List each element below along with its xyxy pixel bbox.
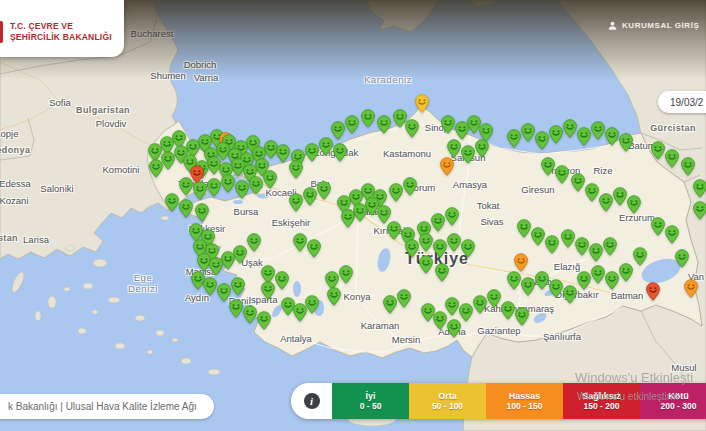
station-marker-iyi[interactable] xyxy=(549,125,564,144)
corporate-login-button[interactable]: KURUMSAL GİRİŞ xyxy=(608,21,699,30)
legend-info-button[interactable]: i xyxy=(291,383,332,419)
station-marker-iyi[interactable] xyxy=(515,307,530,326)
station-marker-iyi[interactable] xyxy=(585,183,600,202)
station-marker-iyi[interactable] xyxy=(613,187,628,206)
station-marker-iyi[interactable] xyxy=(563,285,578,304)
station-marker-iyi[interactable] xyxy=(521,123,536,142)
station-marker-iyi[interactable] xyxy=(289,193,304,212)
station-marker-iyi[interactable] xyxy=(419,255,434,274)
station-marker-iyi[interactable] xyxy=(389,183,404,202)
station-marker-iyi[interactable] xyxy=(203,277,218,296)
station-marker-hassas[interactable] xyxy=(440,157,455,176)
station-marker-iyi[interactable] xyxy=(341,209,356,228)
station-marker-iyi[interactable] xyxy=(305,143,320,162)
station-marker-iyi[interactable] xyxy=(605,271,620,290)
station-marker-iyi[interactable] xyxy=(431,213,446,232)
station-marker-iyi[interactable] xyxy=(461,239,476,258)
station-marker-hassas[interactable] xyxy=(514,253,529,272)
station-marker-iyi[interactable] xyxy=(487,289,502,308)
station-marker-iyi[interactable] xyxy=(591,121,606,140)
station-marker-iyi[interactable] xyxy=(293,233,308,252)
station-marker-iyi[interactable] xyxy=(419,233,434,252)
station-marker-iyi[interactable] xyxy=(577,271,592,290)
station-marker-iyi[interactable] xyxy=(619,133,634,152)
station-marker-iyi[interactable] xyxy=(599,193,614,212)
station-marker-iyi[interactable] xyxy=(441,115,456,134)
station-marker-orta[interactable] xyxy=(415,94,430,113)
station-marker-iyi[interactable] xyxy=(591,265,606,284)
station-marker-iyi[interactable] xyxy=(517,219,532,238)
station-marker-iyi[interactable] xyxy=(383,295,398,314)
station-marker-iyi[interactable] xyxy=(339,265,354,284)
station-marker-iyi[interactable] xyxy=(333,143,348,162)
station-marker-iyi[interactable] xyxy=(563,119,578,138)
station-marker-iyi[interactable] xyxy=(327,287,342,306)
station-marker-iyi[interactable] xyxy=(603,237,618,256)
station-marker-iyi[interactable] xyxy=(605,127,620,146)
station-marker-iyi[interactable] xyxy=(445,207,460,226)
station-marker-iyi[interactable] xyxy=(289,160,304,179)
station-marker-iyi[interactable] xyxy=(249,176,264,195)
station-marker-iyi[interactable] xyxy=(651,141,666,160)
station-marker-iyi[interactable] xyxy=(507,271,522,290)
station-marker-iyi[interactable] xyxy=(675,249,690,268)
station-marker-iyi[interactable] xyxy=(501,301,516,320)
station-marker-iyi[interactable] xyxy=(633,247,648,266)
station-marker-iyi[interactable] xyxy=(435,263,450,282)
station-marker-iyi[interactable] xyxy=(207,178,222,197)
station-marker-iyi[interactable] xyxy=(317,181,332,200)
station-marker-iyi[interactable] xyxy=(247,233,262,252)
station-marker-iyi[interactable] xyxy=(165,193,180,212)
station-marker-iyi[interactable] xyxy=(693,179,706,198)
station-marker-iyi[interactable] xyxy=(229,299,244,318)
station-marker-iyi[interactable] xyxy=(545,235,560,254)
station-marker-iyi[interactable] xyxy=(293,303,308,322)
station-marker-iyi[interactable] xyxy=(403,177,418,196)
station-marker-iyi[interactable] xyxy=(507,129,522,148)
station-marker-iyi[interactable] xyxy=(387,221,402,240)
station-marker-iyi[interactable] xyxy=(231,277,246,296)
station-marker-iyi[interactable] xyxy=(665,225,680,244)
station-marker-iyi[interactable] xyxy=(319,137,334,156)
station-marker-iyi[interactable] xyxy=(377,115,392,134)
station-marker-iyi[interactable] xyxy=(149,159,164,178)
station-marker-iyi[interactable] xyxy=(307,239,322,258)
station-marker-iyi[interactable] xyxy=(235,180,250,199)
station-marker-iyi[interactable] xyxy=(345,115,360,134)
station-marker-iyi[interactable] xyxy=(221,174,236,193)
station-marker-iyi[interactable] xyxy=(555,165,570,184)
station-marker-iyi[interactable] xyxy=(627,195,642,214)
station-marker-iyi[interactable] xyxy=(541,157,556,176)
station-marker-sagliksiz[interactable] xyxy=(646,282,661,301)
station-marker-iyi[interactable] xyxy=(275,271,290,290)
station-marker-iyi[interactable] xyxy=(535,271,550,290)
station-marker-iyi[interactable] xyxy=(535,131,550,150)
station-marker-iyi[interactable] xyxy=(589,243,604,262)
station-marker-iyi[interactable] xyxy=(433,239,448,258)
station-marker-iyi[interactable] xyxy=(447,319,462,338)
station-marker-iyi[interactable] xyxy=(303,187,318,206)
station-marker-iyi[interactable] xyxy=(681,157,696,176)
station-marker-iyi[interactable] xyxy=(261,281,276,300)
station-marker-iyi[interactable] xyxy=(475,139,490,158)
station-marker-iyi[interactable] xyxy=(447,139,462,158)
station-marker-iyi[interactable] xyxy=(243,305,258,324)
station-marker-iyi[interactable] xyxy=(619,263,634,282)
station-marker-iyi[interactable] xyxy=(447,233,462,252)
station-marker-iyi[interactable] xyxy=(455,121,470,140)
station-marker-iyi[interactable] xyxy=(433,311,448,330)
station-marker-hassas[interactable] xyxy=(684,279,699,298)
station-marker-iyi[interactable] xyxy=(405,239,420,258)
ministry-logo[interactable]: T.C. ÇEVRE VE ŞEHİRCİLİK BAKANLIĞI xyxy=(0,0,124,57)
station-marker-iyi[interactable] xyxy=(473,295,488,314)
station-marker-iyi[interactable] xyxy=(693,201,706,220)
station-marker-iyi[interactable] xyxy=(263,170,278,189)
station-marker-iyi[interactable] xyxy=(571,173,586,192)
station-marker-iyi[interactable] xyxy=(179,177,194,196)
station-marker-iyi[interactable] xyxy=(521,277,536,296)
station-marker-iyi[interactable] xyxy=(561,229,576,248)
station-marker-iyi[interactable] xyxy=(405,119,420,138)
station-marker-iyi[interactable] xyxy=(665,149,680,168)
station-marker-iyi[interactable] xyxy=(257,311,272,330)
station-marker-iyi[interactable] xyxy=(461,145,476,164)
